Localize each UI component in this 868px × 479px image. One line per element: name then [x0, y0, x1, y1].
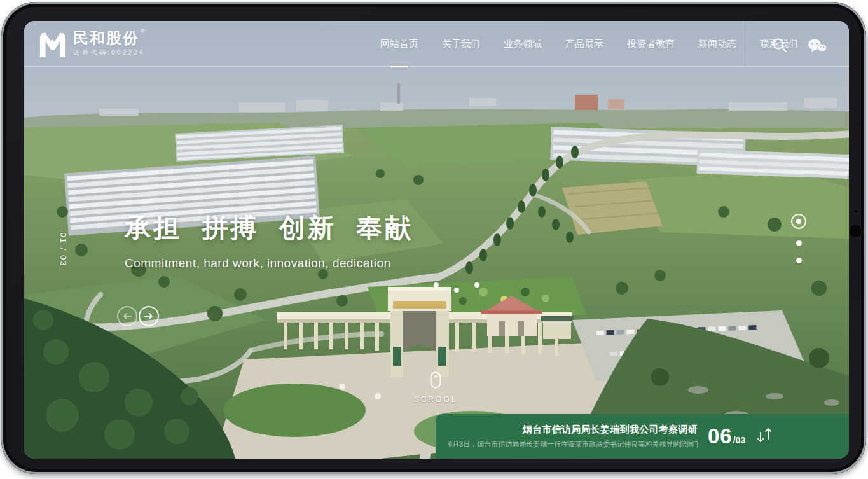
mouse-icon — [430, 371, 441, 389]
slide-dot-3[interactable] — [796, 258, 802, 263]
main-nav: 网站首页 关于我们 业务领域 产品展示 — [380, 21, 798, 66]
wechat-icon — [807, 38, 827, 53]
news-banner: 烟台市信访局局长姜瑞到我公司考察调研 6月3日，烟台市信访局局长姜瑞一行在蓬莱市… — [436, 414, 849, 459]
nav-item-about[interactable]: 关于我们 — [442, 21, 480, 66]
hero-copy: 承担 拼搏 创新 奉献 Commitment, hard work, innov… — [125, 211, 413, 270]
news-index-current: 06 — [708, 424, 733, 448]
stock-code: 证券代码:002234 — [73, 48, 145, 57]
site-header: 民和股份 ® 证券代码:002234 网站首页 关于我们 — [24, 21, 849, 67]
hero-title: 承担 拼搏 创新 奉献 — [125, 211, 413, 246]
nav-label: 投资者教育 — [627, 38, 675, 49]
brand-logo[interactable]: 民和股份 ® 证券代码:002234 — [38, 30, 145, 58]
tablet-frame: 民和股份 ® 证券代码:002234 网站首页 关于我们 — [1, 2, 866, 474]
active-nav-indicator — [391, 66, 408, 67]
arrow-up-down-icon — [755, 425, 773, 445]
brand-name: 民和股份 — [73, 30, 139, 46]
brand-text: 民和股份 ® 证券代码:002234 — [73, 30, 145, 57]
registered-mark: ® — [141, 28, 145, 34]
slide-dots — [790, 214, 807, 263]
scroll-label: SCROOL — [410, 395, 461, 404]
camera-lens-icon — [849, 224, 862, 237]
news-index-total: /03 — [733, 435, 745, 445]
magnifier-icon — [771, 37, 788, 53]
browser-screen: 民和股份 ® 证券代码:002234 网站首页 关于我们 — [24, 21, 849, 459]
news-title: 烟台市信访局局长姜瑞到我公司考察调研 — [448, 424, 698, 436]
news-prev-next-button[interactable] — [755, 425, 773, 448]
nav-item-products[interactable]: 产品展示 — [565, 21, 603, 66]
arrow-left-icon — [123, 313, 132, 319]
nav-item-investor[interactable]: 投资者教育 — [627, 21, 675, 66]
nav-item-home[interactable]: 网站首页 — [380, 21, 418, 66]
dot-core — [796, 219, 801, 224]
news-link[interactable]: 烟台市信访局局长姜瑞到我公司考察调研 6月3日，烟台市信访局局长姜瑞一行在蓬莱市… — [448, 424, 698, 449]
slide-dot-1-active[interactable] — [791, 214, 806, 229]
nav-label: 业务领域 — [504, 38, 542, 49]
camera-dot — [854, 210, 857, 213]
hero-subtitle: Commitment, hard work, innovation, dedic… — [125, 256, 413, 270]
header-divider — [747, 21, 747, 66]
scroll-hint[interactable]: SCROOL — [410, 371, 461, 404]
stage: 民和股份 ® 证券代码:002234 网站首页 关于我们 — [0, 0, 868, 479]
nav-item-news[interactable]: 新闻动态 — [698, 21, 736, 66]
nav-label: 产品展示 — [565, 38, 603, 49]
slide-dot-2[interactable] — [796, 240, 802, 246]
news-index: 06 /03 — [708, 424, 745, 448]
m-handshake-logo-icon — [38, 30, 67, 58]
slide-counter: 01 / 03 — [59, 218, 68, 282]
nav-label: 新闻动态 — [698, 38, 736, 49]
carousel-next-button[interactable] — [139, 306, 159, 326]
nav-label: 网站首页 — [380, 38, 418, 49]
wechat-button[interactable] — [807, 38, 827, 53]
arrow-right-icon — [144, 313, 153, 319]
carousel-prev-button[interactable] — [117, 306, 137, 326]
search-button[interactable] — [771, 37, 788, 53]
nav-label: 关于我们 — [442, 38, 480, 49]
news-excerpt: 6月3日，烟台市信访局局长姜瑞一行在蓬莱市政法委书记仲良等相关领导的陪同下... — [448, 440, 698, 449]
nav-item-business[interactable]: 业务领域 — [504, 21, 542, 66]
